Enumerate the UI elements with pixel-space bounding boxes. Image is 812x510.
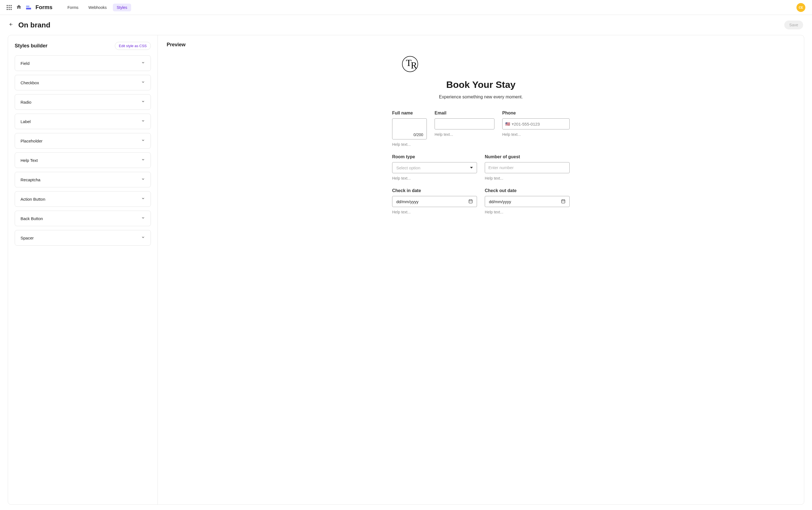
calendar-icon [561,199,566,204]
accordion-label: Help Text [21,158,38,163]
chevron-down-icon [141,61,145,66]
styles-builder-panel: Styles builder Edit style as CSS FieldCh… [8,35,158,505]
form-row-3: Check in date dd/mm/yyyy Help text... Ch… [392,188,570,214]
page-header-left: On brand [9,21,51,29]
checkout-label: Check out date [485,188,570,193]
accordion-checkbox[interactable]: Checkbox [15,75,151,90]
dropdown-arrow-icon [470,167,473,169]
checkout-field: Check out date dd/mm/yyyy Help text... [485,188,570,214]
accordion-label: Checkbox [21,80,39,85]
styles-header: Styles builder Edit style as CSS [15,42,151,50]
checkin-help: Help text... [392,210,477,214]
guests-field: Number of guest Enter number Help text..… [485,154,570,180]
email-input[interactable] [435,118,494,129]
accordion-label: Radio [21,100,31,104]
guests-label: Number of guest [485,154,570,159]
chevron-down-icon [141,216,145,221]
edit-css-button[interactable]: Edit style as CSS [115,42,151,50]
preview-content: T R Book Your Stay Experience something … [392,54,570,214]
form-row-1: Full name 0/200 Help text... Email Help … [392,111,570,147]
chevron-down-icon [141,158,145,163]
chevron-down-icon [141,235,145,240]
fullname-help: Help text... [392,142,427,147]
phone-input-wrapper[interactable]: 🇺🇸 ▾ [502,118,570,129]
apps-icon[interactable] [7,5,12,10]
accordion-spacer[interactable]: Spacer [15,230,151,246]
checkin-placeholder: dd/mm/yyyy [396,199,418,204]
roomtype-field: Room type Select option Help text... [392,154,477,180]
svg-rect-3 [469,200,472,203]
accordion-label: Spacer [21,236,34,240]
main-container: Styles builder Edit style as CSS FieldCh… [8,35,804,505]
accordion-recaptcha[interactable]: Recaptcha [15,172,151,187]
preview-panel: Preview T R Book Your Stay Experience so… [158,35,804,505]
accordion-label: Placeholder [21,139,42,143]
accordion-back-button[interactable]: Back Button [15,211,151,226]
accordion-label: Action Button [21,197,45,202]
phone-field: Phone 🇺🇸 ▾ Help text... [502,111,570,147]
flag-icon[interactable]: 🇺🇸 [505,122,510,126]
checkout-input[interactable]: dd/mm/yyyy [485,196,570,207]
app-title: Forms [35,4,52,10]
roomtype-help: Help text... [392,176,477,180]
accordion-label: Recaptcha [21,177,40,182]
fullname-field: Full name 0/200 Help text... [392,111,427,147]
email-field: Email Help text... [435,111,494,147]
svg-text:R: R [411,60,417,70]
chevron-down-icon [141,99,145,104]
checkin-field: Check in date dd/mm/yyyy Help text... [392,188,477,214]
accordion-field[interactable]: Field [15,55,151,71]
topbar: Forms Forms Webhooks Styles CE [0,0,812,15]
char-count: 0/200 [413,132,423,137]
form-row-2: Room type Select option Help text... Num… [392,154,570,180]
roomtype-select[interactable]: Select option [392,162,477,173]
back-arrow-icon[interactable] [9,22,13,28]
nav-forms[interactable]: Forms [63,4,82,11]
topbar-left: Forms Forms Webhooks Styles [7,4,131,11]
avatar[interactable]: CE [796,3,805,12]
roomtype-label: Room type [392,154,477,159]
phone-input[interactable] [514,122,567,126]
preview-title: Preview [167,42,795,48]
svg-rect-7 [561,200,565,203]
accordion-help-text[interactable]: Help Text [15,152,151,168]
checkout-help: Help text... [485,210,570,214]
logo-icon [26,5,31,9]
nav-webhooks[interactable]: Webhooks [85,4,111,11]
nav-styles[interactable]: Styles [113,4,131,11]
fullname-label: Full name [392,111,427,116]
save-button[interactable]: Save [784,21,803,29]
phone-help: Help text... [502,132,570,137]
checkin-label: Check in date [392,188,477,193]
home-icon[interactable] [16,4,22,11]
guests-placeholder: Enter number [488,165,514,170]
guests-help: Help text... [485,176,570,180]
nav-links: Forms Webhooks Styles [63,4,131,11]
accordion-placeholder[interactable]: Placeholder [15,133,151,149]
accordion-label: Back Button [21,216,43,221]
accordion-action-button[interactable]: Action Button [15,191,151,207]
phone-label: Phone [502,111,570,116]
page-title: On brand [18,21,51,29]
checkout-placeholder: dd/mm/yyyy [489,199,511,204]
roomtype-placeholder: Select option [396,166,420,170]
accordion-radio[interactable]: Radio [15,94,151,110]
page-header: On brand Save [0,15,812,35]
calendar-icon [468,199,473,204]
chevron-down-icon [141,119,145,124]
fullname-input[interactable]: 0/200 [392,118,427,140]
styles-builder-title: Styles builder [15,43,48,49]
chevron-down-icon [141,138,145,143]
chevron-down-icon [141,80,145,85]
checkin-input[interactable]: dd/mm/yyyy [392,196,477,207]
email-help: Help text... [435,132,494,137]
preview-logo: T R [399,54,570,74]
guests-input[interactable]: Enter number [485,162,570,173]
preview-subheading: Experience something new every moment. [392,94,570,99]
chevron-down-icon [141,177,145,182]
preview-heading: Book Your Stay [392,79,570,90]
email-label: Email [435,111,494,116]
accordion-label[interactable]: Label [15,114,151,129]
chevron-down-icon [141,197,145,202]
accordion-label: Field [21,61,30,66]
